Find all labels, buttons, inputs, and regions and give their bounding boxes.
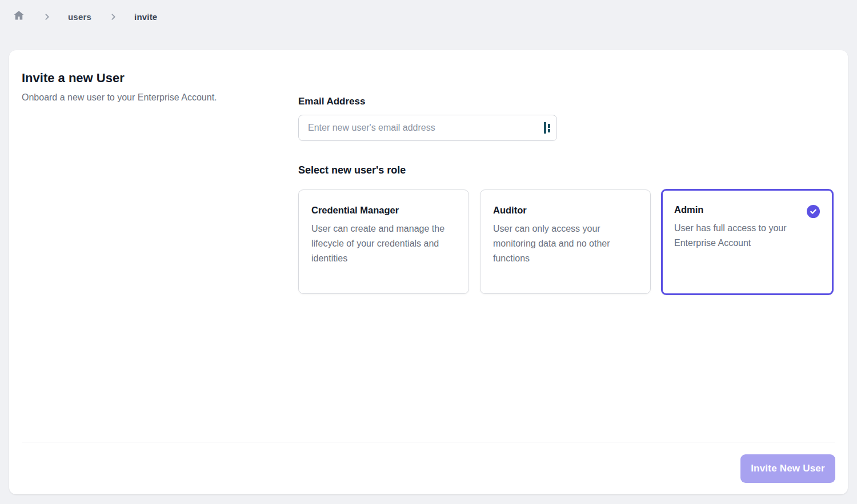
role-description: User can only access your monitoring dat… — [493, 221, 638, 266]
chevron-right-icon — [110, 13, 117, 21]
breadcrumb: users invite — [0, 0, 857, 32]
role-card-auditor[interactable]: Auditor User can only access your monito… — [480, 189, 651, 294]
breadcrumb-home[interactable] — [13, 9, 25, 24]
role-options: Credential Manager User can create and m… — [298, 189, 835, 295]
email-label: Email Address — [298, 96, 835, 107]
role-name: Admin — [674, 204, 820, 215]
page-subtitle: Onboard a new user to your Enterprise Ac… — [22, 92, 298, 103]
selected-check-icon — [807, 205, 820, 218]
breadcrumb-item-invite[interactable]: invite — [134, 12, 157, 22]
role-section-heading: Select new user's role — [298, 164, 835, 176]
home-icon — [13, 9, 25, 24]
email-field[interactable] — [298, 115, 557, 141]
form-column: Email Address Select new user's role Cre… — [298, 71, 835, 442]
role-card-admin[interactable]: Admin User has full access to your Enter… — [661, 189, 834, 295]
invite-new-user-button[interactable]: Invite New User — [740, 454, 835, 483]
panel-footer: Invite New User — [22, 442, 835, 483]
intro-column: Invite a new User Onboard a new user to … — [22, 71, 298, 442]
page-title: Invite a new User — [22, 71, 298, 86]
role-name: Auditor — [493, 205, 638, 216]
breadcrumb-item-users[interactable]: users — [68, 12, 91, 22]
password-manager-extension-icon[interactable] — [543, 121, 552, 135]
role-name: Credential Manager — [311, 205, 456, 216]
role-description: User can create and manage the lifecycle… — [311, 221, 456, 266]
role-card-credential-manager[interactable]: Credential Manager User can create and m… — [298, 189, 469, 294]
chevron-right-icon — [43, 13, 51, 21]
panel-body: Invite a new User Onboard a new user to … — [22, 71, 835, 442]
email-field-wrapper — [298, 115, 557, 141]
role-description: User has full access to your Enterprise … — [674, 221, 820, 251]
invite-user-panel: Invite a new User Onboard a new user to … — [9, 50, 848, 494]
